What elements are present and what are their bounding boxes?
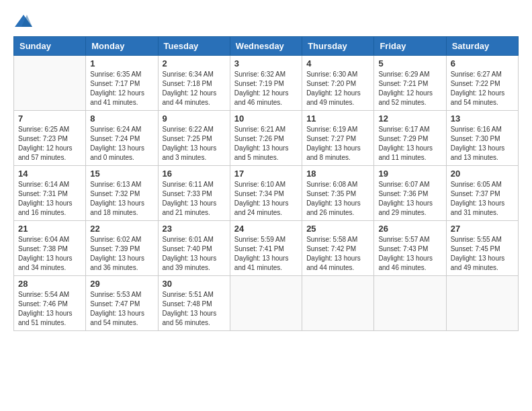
day-info: Sunrise: 6:32 AM Sunset: 7:19 PM Dayligh… [234,70,298,107]
calendar-cell [14,56,86,111]
calendar-cell: 25Sunrise: 5:58 AM Sunset: 7:42 PM Dayli… [302,221,374,276]
day-number: 29 [90,279,153,289]
day-of-week-header: Monday [86,37,158,56]
day-of-week-header: Wednesday [230,37,302,56]
calendar-week-row: 28Sunrise: 5:54 AM Sunset: 7:46 PM Dayli… [14,276,519,331]
day-info: Sunrise: 6:27 AM Sunset: 7:22 PM Dayligh… [451,70,514,107]
calendar-cell: 21Sunrise: 6:04 AM Sunset: 7:38 PM Dayli… [14,221,86,276]
day-number: 11 [306,113,369,124]
calendar-cell: 7Sunrise: 6:25 AM Sunset: 7:23 PM Daylig… [14,111,86,166]
day-number: 15 [90,169,153,179]
day-info: Sunrise: 6:01 AM Sunset: 7:40 PM Dayligh… [163,235,226,273]
day-info: Sunrise: 6:29 AM Sunset: 7:21 PM Dayligh… [378,70,441,107]
day-of-week-header: Tuesday [158,37,230,56]
day-number: 22 [90,224,153,234]
calendar-cell [230,276,302,331]
day-number: 3 [234,58,298,68]
calendar-table: SundayMondayTuesdayWednesdayThursdayFrid… [13,36,519,331]
day-number: 27 [451,224,514,234]
calendar-cell: 5Sunrise: 6:29 AM Sunset: 7:21 PM Daylig… [374,56,446,111]
day-info: Sunrise: 6:34 AM Sunset: 7:18 PM Dayligh… [163,70,226,107]
logo-icon [13,13,34,30]
day-info: Sunrise: 6:10 AM Sunset: 7:34 PM Dayligh… [234,180,298,218]
day-info: Sunrise: 6:13 AM Sunset: 7:32 PM Dayligh… [90,180,153,218]
day-info: Sunrise: 5:54 AM Sunset: 7:46 PM Dayligh… [18,290,81,328]
day-of-week-header: Saturday [446,37,518,56]
calendar-cell: 1Sunrise: 6:35 AM Sunset: 7:17 PM Daylig… [86,56,158,111]
calendar-header-row: SundayMondayTuesdayWednesdayThursdayFrid… [14,37,519,56]
day-number: 30 [163,279,226,289]
calendar-cell: 15Sunrise: 6:13 AM Sunset: 7:32 PM Dayli… [86,166,158,221]
calendar-cell: 24Sunrise: 5:59 AM Sunset: 7:41 PM Dayli… [230,221,302,276]
calendar-cell: 14Sunrise: 6:14 AM Sunset: 7:31 PM Dayli… [14,166,86,221]
day-number: 16 [163,169,226,179]
calendar-cell: 9Sunrise: 6:22 AM Sunset: 7:25 PM Daylig… [158,111,230,166]
calendar-cell: 4Sunrise: 6:30 AM Sunset: 7:20 PM Daylig… [302,56,374,111]
page-header [13,13,519,30]
calendar-cell: 8Sunrise: 6:24 AM Sunset: 7:24 PM Daylig… [86,111,158,166]
day-number: 24 [234,224,298,234]
day-number: 6 [451,58,514,68]
calendar-week-row: 14Sunrise: 6:14 AM Sunset: 7:31 PM Dayli… [14,166,519,221]
day-number: 5 [378,58,441,68]
day-number: 23 [163,224,226,234]
day-number: 19 [378,169,441,179]
day-number: 13 [451,113,514,124]
day-of-week-header: Sunday [14,37,86,56]
day-info: Sunrise: 6:07 AM Sunset: 7:36 PM Dayligh… [378,180,441,218]
calendar-cell: 12Sunrise: 6:17 AM Sunset: 7:29 PM Dayli… [374,111,446,166]
day-info: Sunrise: 6:05 AM Sunset: 7:37 PM Dayligh… [451,180,514,218]
day-info: Sunrise: 6:22 AM Sunset: 7:25 PM Dayligh… [163,125,226,163]
calendar-cell: 10Sunrise: 6:21 AM Sunset: 7:26 PM Dayli… [230,111,302,166]
calendar-cell: 23Sunrise: 6:01 AM Sunset: 7:40 PM Dayli… [158,221,230,276]
calendar-cell: 22Sunrise: 6:02 AM Sunset: 7:39 PM Dayli… [86,221,158,276]
day-info: Sunrise: 5:57 AM Sunset: 7:43 PM Dayligh… [378,235,441,273]
day-info: Sunrise: 6:17 AM Sunset: 7:29 PM Dayligh… [378,125,441,163]
calendar-cell: 16Sunrise: 6:11 AM Sunset: 7:33 PM Dayli… [158,166,230,221]
day-number: 14 [18,169,81,179]
day-info: Sunrise: 6:30 AM Sunset: 7:20 PM Dayligh… [306,70,369,107]
calendar-cell [302,276,374,331]
calendar-cell: 18Sunrise: 6:08 AM Sunset: 7:35 PM Dayli… [302,166,374,221]
day-number: 28 [18,279,81,289]
day-number: 20 [451,169,514,179]
calendar-cell: 2Sunrise: 6:34 AM Sunset: 7:18 PM Daylig… [158,56,230,111]
day-info: Sunrise: 5:55 AM Sunset: 7:45 PM Dayligh… [451,235,514,273]
calendar-cell: 29Sunrise: 5:53 AM Sunset: 7:47 PM Dayli… [86,276,158,331]
day-info: Sunrise: 6:21 AM Sunset: 7:26 PM Dayligh… [234,125,298,163]
day-info: Sunrise: 6:24 AM Sunset: 7:24 PM Dayligh… [90,125,153,163]
day-info: Sunrise: 5:53 AM Sunset: 7:47 PM Dayligh… [90,290,153,328]
day-number: 21 [18,224,81,234]
day-info: Sunrise: 6:16 AM Sunset: 7:30 PM Dayligh… [451,125,514,163]
calendar-cell: 11Sunrise: 6:19 AM Sunset: 7:27 PM Dayli… [302,111,374,166]
day-info: Sunrise: 6:04 AM Sunset: 7:38 PM Dayligh… [18,235,81,273]
day-info: Sunrise: 6:35 AM Sunset: 7:17 PM Dayligh… [90,70,153,107]
calendar-cell: 20Sunrise: 6:05 AM Sunset: 7:37 PM Dayli… [446,166,518,221]
day-info: Sunrise: 6:14 AM Sunset: 7:31 PM Dayligh… [18,180,81,218]
day-number: 2 [163,58,226,68]
calendar-cell: 6Sunrise: 6:27 AM Sunset: 7:22 PM Daylig… [446,56,518,111]
day-number: 17 [234,169,298,179]
calendar-cell: 26Sunrise: 5:57 AM Sunset: 7:43 PM Dayli… [374,221,446,276]
day-of-week-header: Thursday [302,37,374,56]
day-info: Sunrise: 6:02 AM Sunset: 7:39 PM Dayligh… [90,235,153,273]
calendar-cell: 19Sunrise: 6:07 AM Sunset: 7:36 PM Dayli… [374,166,446,221]
calendar-cell: 27Sunrise: 5:55 AM Sunset: 7:45 PM Dayli… [446,221,518,276]
day-number: 25 [306,224,369,234]
day-info: Sunrise: 6:11 AM Sunset: 7:33 PM Dayligh… [163,180,226,218]
calendar-cell: 3Sunrise: 6:32 AM Sunset: 7:19 PM Daylig… [230,56,302,111]
day-info: Sunrise: 6:25 AM Sunset: 7:23 PM Dayligh… [18,125,81,163]
day-info: Sunrise: 6:08 AM Sunset: 7:35 PM Dayligh… [306,180,369,218]
day-number: 10 [234,113,298,124]
day-number: 12 [378,113,441,124]
calendar-week-row: 21Sunrise: 6:04 AM Sunset: 7:38 PM Dayli… [14,221,519,276]
day-info: Sunrise: 5:59 AM Sunset: 7:41 PM Dayligh… [234,235,298,273]
day-number: 26 [378,224,441,234]
day-of-week-header: Friday [374,37,446,56]
calendar-cell: 30Sunrise: 5:51 AM Sunset: 7:48 PM Dayli… [158,276,230,331]
calendar-cell [446,276,518,331]
calendar-cell [374,276,446,331]
day-number: 9 [163,113,226,124]
calendar-week-row: 1Sunrise: 6:35 AM Sunset: 7:17 PM Daylig… [14,56,519,111]
calendar-cell: 17Sunrise: 6:10 AM Sunset: 7:34 PM Dayli… [230,166,302,221]
